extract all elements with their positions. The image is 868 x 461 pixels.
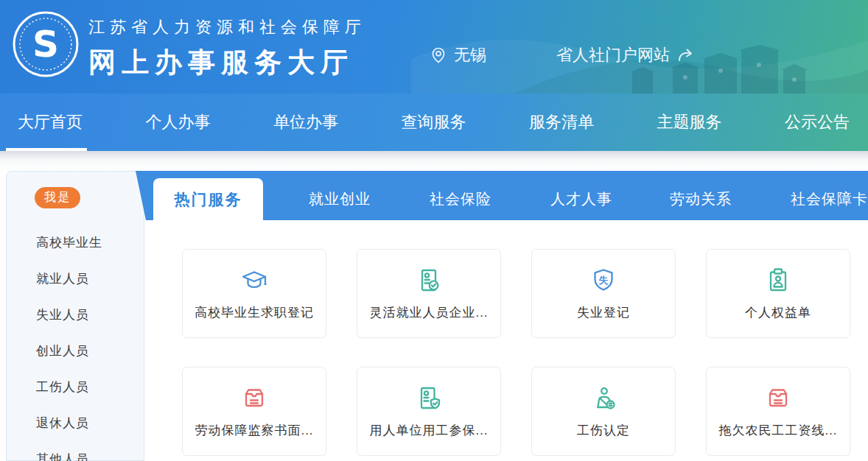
header: S 江苏省人力资源和社会保障厅 网上办事服务大厅 无锡 省人社门户网站 bbox=[0, 0, 868, 94]
nav-item-home[interactable]: 大厅首页 bbox=[18, 94, 83, 151]
nav-item-announcements[interactable]: 公示公告 bbox=[785, 94, 850, 151]
card-graduate-job-registration[interactable]: 高校毕业生求职登记 bbox=[182, 249, 326, 338]
card-label: 劳动保障监察书面... bbox=[195, 422, 313, 439]
hall-name: 网上办事服务大厅 bbox=[88, 44, 366, 81]
sidebar-item-others[interactable]: 其他人员 bbox=[7, 441, 144, 461]
card-migrant-wage-arrears[interactable]: 拖欠农民工工资线... bbox=[706, 367, 850, 456]
id-card-shield-icon bbox=[414, 384, 444, 413]
external-link-arrow-icon bbox=[677, 47, 696, 63]
nav-item-personal[interactable]: 个人办事 bbox=[146, 94, 211, 151]
card-unemployment-registration[interactable]: 失 失业登记 bbox=[531, 249, 676, 338]
role-sidebar: 我是 高校毕业生 就业人员 失业人员 创业人员 工伤人员 退休人员 其他人员 bbox=[6, 171, 144, 461]
sidebar-item-retired[interactable]: 退休人员 bbox=[7, 405, 144, 441]
main-nav: 大厅首页 个人办事 单位办事 查询服务 服务清单 主题服务 公示公告 bbox=[0, 94, 868, 151]
nav-shadow-band bbox=[0, 151, 868, 171]
tab-employment[interactable]: 就业创业 bbox=[309, 178, 371, 220]
sidebar-item-entrepreneurs[interactable]: 创业人员 bbox=[7, 333, 144, 369]
card-personal-rights-statement[interactable]: 个人权益单 bbox=[706, 249, 850, 338]
injured-person-icon bbox=[589, 384, 618, 413]
tab-labor-relations[interactable]: 劳动关系 bbox=[670, 178, 732, 220]
card-label: 失业登记 bbox=[577, 304, 630, 321]
tab-social-security-card[interactable]: 社会保障卡 bbox=[791, 178, 868, 220]
inbox-tray-icon bbox=[239, 384, 269, 413]
service-panel: 高校毕业生求职登记 灵活就业人员企业... 失 bbox=[144, 220, 868, 461]
nav-item-service-list[interactable]: 服务清单 bbox=[529, 94, 594, 151]
card-label: 高校毕业生求职登记 bbox=[195, 304, 314, 321]
card-label: 工伤认定 bbox=[577, 422, 630, 439]
role-badge: 我是 bbox=[35, 187, 80, 208]
card-work-injury-determination[interactable]: 工伤认定 bbox=[531, 367, 676, 456]
graduation-cap-icon bbox=[239, 266, 269, 295]
nav-item-query[interactable]: 查询服务 bbox=[402, 94, 466, 151]
card-flexible-employment[interactable]: 灵活就业人员企业... bbox=[357, 249, 501, 338]
org-name: 江苏省人力资源和社会保障厅 bbox=[88, 16, 366, 38]
tab-talent[interactable]: 人才人事 bbox=[550, 178, 612, 220]
location-pin-icon bbox=[430, 46, 447, 64]
card-label: 个人权益单 bbox=[745, 304, 811, 321]
sidebar-item-graduates[interactable]: 高校毕业生 bbox=[7, 225, 144, 261]
portal-link[interactable]: 省人社门户网站 bbox=[556, 44, 696, 66]
nav-item-employer[interactable]: 单位办事 bbox=[273, 94, 338, 151]
service-card-grid: 高校毕业生求职登记 灵活就业人员企业... 失 bbox=[144, 220, 868, 456]
page: S 江苏省人力资源和社会保障厅 网上办事服务大厅 无锡 省人社门户网站 大厅首页… bbox=[0, 0, 868, 461]
site-title-block: 江苏省人力资源和社会保障厅 网上办事服务大厅 bbox=[88, 16, 366, 81]
sidebar-item-unemployed[interactable]: 失业人员 bbox=[7, 297, 144, 333]
service-tabbar: 热门服务 就业创业 社会保险 人才人事 劳动关系 社会保障卡 bbox=[136, 171, 868, 220]
tab-social-insurance[interactable]: 社会保险 bbox=[430, 178, 491, 220]
portal-link-label: 省人社门户网站 bbox=[556, 44, 670, 66]
sidebar-item-work-injury[interactable]: 工伤人员 bbox=[7, 369, 144, 405]
card-label: 拖欠农民工工资线... bbox=[718, 422, 837, 439]
inbox-tray-icon bbox=[763, 384, 793, 413]
sidebar-item-employed[interactable]: 就业人员 bbox=[7, 261, 144, 297]
id-card-person-icon bbox=[414, 266, 444, 295]
role-list: 高校毕业生 就业人员 失业人员 创业人员 工伤人员 退休人员 其他人员 bbox=[7, 225, 144, 461]
agency-logo: S bbox=[12, 10, 80, 78]
shield-character: 失 bbox=[599, 275, 609, 286]
logo-glyph: S bbox=[32, 23, 59, 66]
card-label: 用人单位用工参保... bbox=[369, 422, 488, 439]
card-labor-inspection-written[interactable]: 劳动保障监察书面... bbox=[182, 367, 326, 456]
tab-hot-services[interactable]: 热门服务 bbox=[153, 178, 263, 220]
location-selector[interactable]: 无锡 bbox=[430, 44, 486, 66]
unemployment-shield-icon: 失 bbox=[589, 266, 618, 295]
nav-item-themes[interactable]: 主题服务 bbox=[657, 94, 722, 151]
clipboard-person-icon bbox=[763, 266, 793, 295]
card-employer-enrollment[interactable]: 用人单位用工参保... bbox=[357, 367, 501, 456]
location-label: 无锡 bbox=[454, 44, 486, 66]
card-label: 灵活就业人员企业... bbox=[369, 304, 488, 321]
